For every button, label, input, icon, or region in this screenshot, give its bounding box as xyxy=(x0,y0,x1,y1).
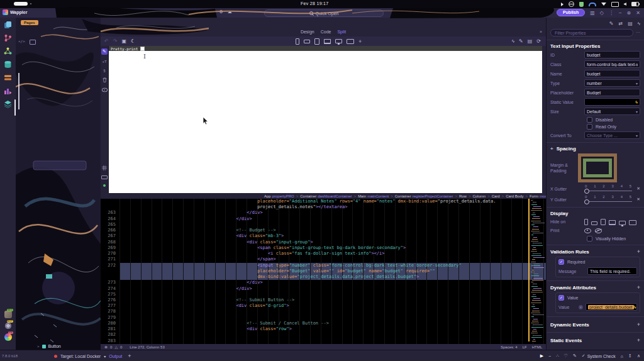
clear-y-gutter-icon[interactable]: ✕ xyxy=(636,197,640,202)
device-frame-icon[interactable] xyxy=(101,175,108,179)
panel-layout-icon[interactable]: ▤ xyxy=(628,21,633,26)
add-validation-rule-icon[interactable]: + xyxy=(637,248,640,255)
battery-tray-icon[interactable] xyxy=(631,2,639,6)
git-icon[interactable] xyxy=(3,33,13,43)
add-text-icon[interactable]: +T xyxy=(102,60,106,64)
docs-icon[interactable]: ▤ xyxy=(528,38,533,44)
slider-knob[interactable] xyxy=(584,189,589,194)
phone-view-icon[interactable] xyxy=(296,38,299,45)
shield-tray-icon[interactable] xyxy=(579,2,584,7)
add-static-event-icon[interactable]: + xyxy=(637,337,640,343)
dark-mode-moon-icon[interactable]: ☾ xyxy=(131,38,135,44)
design-canvas[interactable]: Pretty-print I xyxy=(109,46,542,193)
phone-landscape-icon[interactable] xyxy=(591,221,597,225)
custom-size-icon[interactable]: + xyxy=(358,38,362,45)
filter-properties-input[interactable]: Filter Properties xyxy=(550,29,633,36)
phone-landscape-view-icon[interactable] xyxy=(304,40,310,43)
code-line[interactable]: 279 xyxy=(101,315,546,321)
x-gutter-slider[interactable] xyxy=(584,189,632,193)
wifi-tray-icon[interactable] xyxy=(601,3,606,6)
syntax-mode[interactable]: HTML xyxy=(532,345,542,349)
code-line[interactable]: 276 <!-- Submit Button --> xyxy=(101,297,546,303)
code-line[interactable]: 278 xyxy=(101,309,546,314)
code-line[interactable]: 270 <i class="fas fa-dollar-sign text-in… xyxy=(101,251,546,257)
code-minimap[interactable] xyxy=(531,200,545,343)
system-check-button[interactable]: ✓ System Check xyxy=(582,353,616,358)
code-line[interactable]: 265 xyxy=(101,222,546,228)
field-select[interactable]: Default▾ xyxy=(584,108,640,115)
value-attribute-checkbox[interactable]: ✓ xyxy=(558,295,564,301)
chevron-down-icon[interactable]: ▾ xyxy=(213,9,215,14)
globe-tray-icon[interactable] xyxy=(569,1,574,7)
close-icon[interactable]: ✕ xyxy=(636,10,640,16)
code-editor[interactable]: placeholder="Additional Notes" rows="4" … xyxy=(101,199,546,344)
add-target-icon[interactable]: + xyxy=(128,353,131,359)
chevron-up-icon[interactable]: ∧ xyxy=(637,353,640,358)
home-icon[interactable]: ⌂ xyxy=(621,354,623,358)
image-editor-app-icon[interactable]: IMG xyxy=(4,311,12,318)
eye-icon[interactable] xyxy=(102,88,108,92)
layout-panels-icon[interactable]: ▥ xyxy=(590,10,595,16)
info-icon[interactable]: i xyxy=(579,305,583,309)
breadcrumb-item[interactable]: ContainerdashboardContainer xyxy=(300,194,352,198)
tabs-overflow-icon[interactable]: » xyxy=(540,30,542,34)
widescreen-view-icon[interactable] xyxy=(347,39,354,44)
clip-icon[interactable]: § xyxy=(103,69,105,72)
chevron-right-icon[interactable]: > xyxy=(37,345,40,348)
like-icon[interactable]: ♡ xyxy=(564,353,568,358)
print-hidden-icon[interactable] xyxy=(595,228,602,233)
laptop-icon[interactable] xyxy=(609,220,616,225)
pretty-print-checkbox[interactable] xyxy=(140,47,145,51)
undo-icon[interactable]: ↶ xyxy=(104,38,109,44)
refresh-icon[interactable]: ⟳ xyxy=(536,38,541,44)
value-binding-input[interactable]: project_details.budget ϟ xyxy=(586,303,637,311)
theme-drop-icon[interactable]: ◇ xyxy=(600,10,604,16)
upload-icon[interactable]: ↥ xyxy=(628,353,632,358)
magic-actions-icon[interactable]: ϟ xyxy=(638,21,640,26)
code-line[interactable]: 273 </div> xyxy=(101,280,546,286)
cursor-position[interactable]: Line 272, Column 53 xyxy=(130,345,164,349)
code-view-icon[interactable]: </> xyxy=(18,39,25,45)
sound-tray-icon[interactable] xyxy=(624,3,626,6)
tablet-icon[interactable] xyxy=(601,219,606,225)
open-in-browser-icon[interactable]: ✎ xyxy=(519,38,523,44)
breadcrumb-item[interactable]: Row xyxy=(459,194,467,198)
phone-icon[interactable] xyxy=(584,219,588,225)
clear-x-gutter-icon[interactable]: ✕ xyxy=(636,186,640,191)
box-model-control[interactable] xyxy=(578,153,617,182)
field-input[interactable]: Budget xyxy=(584,89,640,96)
eol-setting[interactable]: LF xyxy=(523,345,527,349)
grid-overlay-icon[interactable] xyxy=(102,165,107,170)
inspect-element-icon[interactable]: ▣ xyxy=(121,38,126,44)
field-input[interactable]: form-control bg-dark text-white border-s… xyxy=(584,60,640,68)
code-line[interactable]: 267 <div class="mb-3"> xyxy=(101,233,546,239)
code-line[interactable]: 274 </div> xyxy=(101,286,546,292)
code-line[interactable]: 277 <div class="d-grid"> xyxy=(101,303,546,309)
breadcrumb-item[interactable]: MainmainContent xyxy=(358,194,389,198)
editor-scrollbar[interactable] xyxy=(528,199,530,342)
code-line[interactable]: 263 </div> xyxy=(101,210,546,216)
code-line[interactable]: 271 </span> xyxy=(101,257,546,262)
database-icon[interactable] xyxy=(3,60,13,69)
cursor-tray-icon[interactable] xyxy=(561,3,564,6)
data-picker-flash-icon[interactable]: ϟ xyxy=(634,305,636,309)
binding-expression[interactable]: project_details.budget xyxy=(588,305,634,309)
components-icon[interactable] xyxy=(3,86,13,96)
code-line[interactable]: 269 <span class="input-group-text bg-dar… xyxy=(101,245,546,251)
edit-properties-icon[interactable]: ✎ xyxy=(609,21,614,26)
code-line[interactable]: placeholder="Budget" value="" id="budget… xyxy=(101,269,546,274)
tree-item-button[interactable]: > Button xyxy=(37,344,61,348)
add-dynamic-attribute-icon[interactable]: + xyxy=(637,284,640,291)
settings-app-icon[interactable]: EXT xyxy=(4,322,12,330)
share-icon[interactable]: ∴ xyxy=(556,353,558,358)
layers-icon[interactable] xyxy=(3,99,13,109)
code-line[interactable]: 268 <div class="input-group"> xyxy=(101,240,546,245)
code-line[interactable]: 282 xyxy=(101,332,546,338)
restore-icon[interactable]: ⊗ xyxy=(627,10,631,16)
code-line[interactable]: 280 <!-- Submit / Cancel Button --> xyxy=(101,321,546,326)
caret-down-icon[interactable]: ▾ xyxy=(104,354,106,358)
pages-icon[interactable] xyxy=(3,20,13,30)
breadcrumb-item[interactable]: Card xyxy=(492,194,500,198)
tablet-view-icon[interactable] xyxy=(314,38,319,45)
system-clock[interactable]: Fev 28 19:17 xyxy=(301,1,328,6)
